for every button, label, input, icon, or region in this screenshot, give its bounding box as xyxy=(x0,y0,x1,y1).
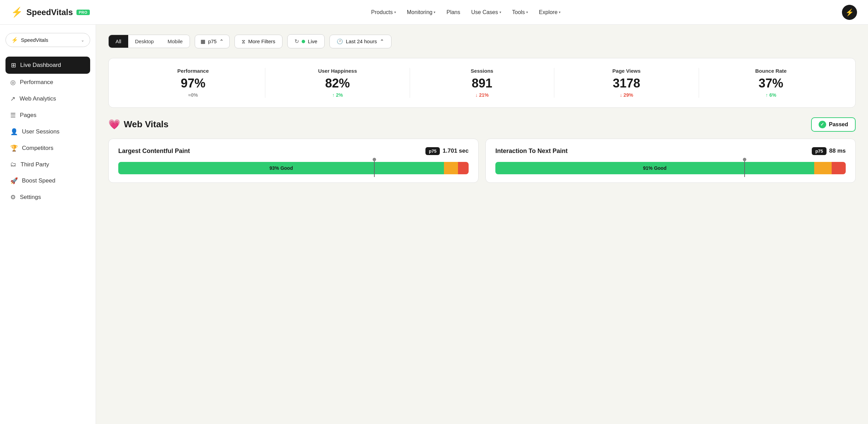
sidebar-item-boost-speed[interactable]: 🚀 Boost Speed xyxy=(5,173,90,189)
layout: ⚡ SpeedVitals ⌄ ⊞ Live Dashboard ◎ Perfo… xyxy=(0,25,868,424)
vital-value: 88 ms xyxy=(829,148,846,154)
nav-monitoring[interactable]: Monitoring ▾ xyxy=(407,9,436,15)
stat-sessions: Sessions 891 ↓ 21% xyxy=(410,68,554,98)
nav-icon-performance: ◎ xyxy=(10,79,16,86)
tab-mobile[interactable]: Mobile xyxy=(161,35,190,48)
nav-label-performance: Performance xyxy=(20,79,53,86)
nav-products[interactable]: Products ▾ xyxy=(371,9,396,15)
nav-label-settings: Settings xyxy=(20,194,41,201)
stat-change: ↑ 2% xyxy=(272,92,402,98)
stat-value: 82% xyxy=(272,76,402,90)
sidebar: ⚡ SpeedVitals ⌄ ⊞ Live Dashboard ◎ Perfo… xyxy=(0,25,96,424)
chevron-down-icon: ⌄ xyxy=(81,38,84,43)
vital-card-interaction-to-next-paint: Interaction To Next Paint p75 88 ms 91% … xyxy=(485,139,856,183)
chevron-down-icon: ▾ xyxy=(526,10,528,14)
vital-badge: p75 1.701 sec xyxy=(425,147,469,155)
live-label: Live xyxy=(308,38,317,44)
nav-explore[interactable]: Explore ▾ xyxy=(539,9,560,15)
stat-label: Sessions xyxy=(417,68,547,74)
refresh-icon: ↻ xyxy=(294,38,299,45)
sidebar-item-performance[interactable]: ◎ Performance xyxy=(5,74,90,90)
vital-title: Interaction To Next Paint xyxy=(495,148,568,155)
more-filters-button[interactable]: ⧖ More Filters xyxy=(234,35,282,48)
sidebar-item-competitors[interactable]: 🏆 Competitors xyxy=(5,140,90,156)
metric-selector[interactable]: ▦ p75 ⌃ xyxy=(195,35,230,48)
section-title-text: Web Vitals xyxy=(124,119,169,130)
tab-desktop[interactable]: Desktop xyxy=(128,35,161,48)
nav-tools[interactable]: Tools ▾ xyxy=(512,9,528,15)
sidebar-item-user-sessions[interactable]: 👤 User Sessions xyxy=(5,124,90,140)
chart-icon: ▦ xyxy=(201,38,205,45)
metric-value: p75 xyxy=(208,38,217,44)
vital-value: 1.701 sec xyxy=(443,148,469,154)
nav-icon-settings: ⚙ xyxy=(10,193,16,201)
nav-plans[interactable]: Plans xyxy=(446,9,460,15)
stat-change: ↑ 6% xyxy=(706,92,836,98)
workspace-icon: ⚡ xyxy=(11,37,18,43)
time-range-label: Last 24 hours xyxy=(346,38,377,44)
vital-header: Largest Contentful Paint p75 1.701 sec xyxy=(118,147,469,155)
workspace-selector[interactable]: ⚡ SpeedVitals ⌄ xyxy=(5,33,90,47)
tab-all[interactable]: All xyxy=(109,35,128,48)
bar-poor xyxy=(458,162,469,174)
clock-icon: 🕐 xyxy=(337,38,343,45)
sidebar-item-web-analytics[interactable]: ↗ Web Analytics xyxy=(5,91,90,107)
nav-links: Products ▾ Monitoring ▾ Plans Use Cases … xyxy=(106,9,825,15)
stat-change: ↓ 21% xyxy=(417,92,547,98)
stat-value: 3178 xyxy=(561,76,691,90)
nav-icon-live-dashboard: ⊞ xyxy=(11,61,16,69)
bar-good: 93% Good xyxy=(118,162,444,174)
chevron-down-icon: ▾ xyxy=(499,10,501,14)
stat-label: Page Views xyxy=(561,68,691,74)
bar-container: 93% Good xyxy=(118,162,469,174)
logo: ⚡ SpeedVitals PRO xyxy=(11,7,90,18)
avatar[interactable]: ⚡ xyxy=(842,5,857,20)
filter-icon: ⧖ xyxy=(242,38,245,45)
nav-use-cases[interactable]: Use Cases ▾ xyxy=(471,9,501,15)
live-toggle[interactable]: ↻ Live xyxy=(287,34,325,48)
chevron-up-down-icon: ⌃ xyxy=(380,38,384,45)
logo-icon: ⚡ xyxy=(11,7,23,18)
nav-icon-pages: ☰ xyxy=(10,111,16,119)
passed-label: Passed xyxy=(829,121,848,128)
nav-icon-competitors: 🏆 xyxy=(10,144,18,152)
stat-user-happiness: User Happiness 82% ↑ 2% xyxy=(265,68,410,98)
bar-marker xyxy=(744,159,745,177)
section-title: 💗 Web Vitals xyxy=(108,119,169,130)
nav-label-user-sessions: User Sessions xyxy=(22,128,60,135)
stat-label: Performance xyxy=(128,68,258,74)
sidebar-item-third-party[interactable]: 🗂 Third Party xyxy=(5,157,90,172)
bar-medium xyxy=(444,162,458,174)
topnav: ⚡ SpeedVitals PRO Products ▾ Monitoring … xyxy=(0,0,868,25)
nav-icon-third-party: 🗂 xyxy=(10,161,16,168)
more-filters-label: More Filters xyxy=(248,38,275,44)
chevron-down-icon: ▾ xyxy=(559,10,560,14)
vital-badge: p75 88 ms xyxy=(812,147,846,155)
nav-label-pages: Pages xyxy=(20,112,36,119)
vitals-grid: Largest Contentful Paint p75 1.701 sec 9… xyxy=(108,139,856,183)
bar-good: 91% Good xyxy=(495,162,814,174)
nav-label-competitors: Competitors xyxy=(22,145,53,152)
marker-dot xyxy=(743,158,746,161)
bar-container: 91% Good xyxy=(495,162,846,174)
stat-change: ↓ 29% xyxy=(561,92,691,98)
time-range-selector[interactable]: 🕐 Last 24 hours ⌃ xyxy=(329,35,391,48)
main-content: All Desktop Mobile ▦ p75 ⌃ ⧖ More Filter… xyxy=(96,25,868,424)
p75-tag: p75 xyxy=(812,147,826,155)
pro-badge: PRO xyxy=(76,10,90,15)
chevron-down-icon: ▾ xyxy=(394,10,396,14)
stat-bounce-rate: Bounce Rate 37% ↑ 6% xyxy=(699,68,843,98)
bar-marker xyxy=(374,159,375,177)
sidebar-item-pages[interactable]: ☰ Pages xyxy=(5,107,90,123)
stat-value: 97% xyxy=(128,76,258,90)
web-vitals-header: 💗 Web Vitals ✓ Passed xyxy=(108,117,856,132)
sidebar-item-live-dashboard[interactable]: ⊞ Live Dashboard xyxy=(5,57,90,74)
chevron-down-icon: ▾ xyxy=(434,10,435,14)
stats-card: Performance 97% ≈0% User Happiness 82% ↑… xyxy=(108,58,856,108)
bar-medium xyxy=(814,162,832,174)
check-icon: ✓ xyxy=(819,121,826,128)
sidebar-item-settings[interactable]: ⚙ Settings xyxy=(5,189,90,205)
brand-name: SpeedVitals xyxy=(26,8,73,17)
filter-bar: All Desktop Mobile ▦ p75 ⌃ ⧖ More Filter… xyxy=(108,34,856,48)
stat-value: 37% xyxy=(706,76,836,90)
